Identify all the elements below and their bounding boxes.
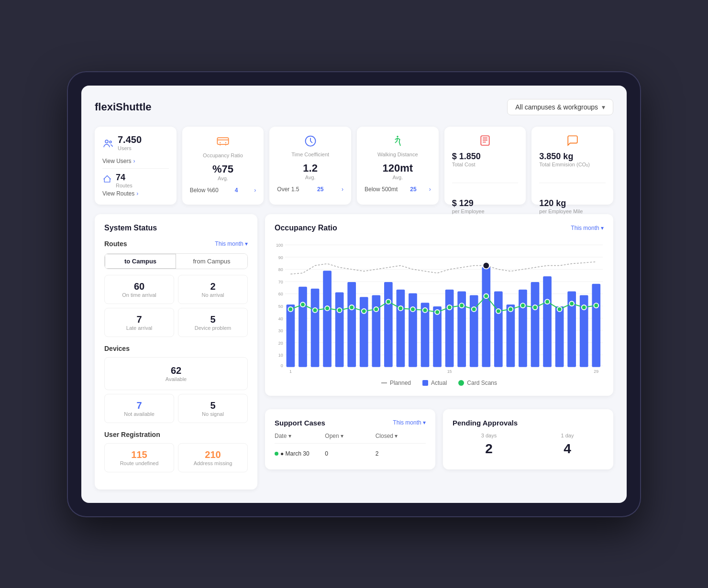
svg-rect-36: [360, 297, 368, 367]
arrow-icon: ›: [254, 187, 256, 194]
available-devices-label: Available: [112, 376, 240, 382]
date-col-header[interactable]: Date ▾: [275, 433, 325, 439]
view-routes-link[interactable]: View Routes ›: [102, 190, 169, 197]
approval-grid: 3 days 2 1 day 4: [453, 433, 604, 457]
chart-area: 100 90 80 70 60 50 40 30 20 10 0: [275, 240, 604, 374]
svg-point-69: [447, 305, 452, 310]
kpi-walking-distance: Walking Distance 120mt Avg. Below 500mt …: [357, 127, 439, 205]
svg-text:100: 100: [276, 243, 283, 248]
svg-point-61: [349, 305, 354, 310]
svg-point-67: [423, 307, 428, 312]
chart-legend: Planned Actual Card Scans: [275, 380, 604, 386]
svg-rect-48: [507, 305, 515, 367]
users-icon: [102, 138, 114, 152]
chart-title: Occupancy Ratio: [275, 224, 337, 232]
closed-col-header[interactable]: Closed ▾: [376, 433, 426, 439]
support-cases-filter[interactable]: This month ▾: [393, 419, 426, 426]
on-time-arrival-value: 60: [111, 281, 168, 292]
svg-rect-34: [335, 292, 344, 367]
svg-rect-7: [481, 136, 489, 145]
routes-label: Routes: [104, 240, 127, 248]
total-emission-value: 3.850 kg: [539, 152, 606, 162]
kpi-time-coefficient: Time Coefficient 1.2 Avg. Over 1.5 25 ›: [269, 127, 351, 205]
right-panel: Occupancy Ratio This month ▾ 100 90 80 7…: [265, 214, 613, 490]
late-arrival-value: 7: [111, 314, 168, 325]
svg-point-82: [483, 262, 489, 269]
system-status-title: System Status: [104, 224, 248, 232]
no-signal-value: 5: [184, 400, 242, 411]
no-signal-label: No signal: [184, 411, 242, 417]
svg-point-78: [557, 307, 562, 312]
arrow-icon: ›: [136, 190, 138, 197]
svg-point-4: [225, 142, 226, 143]
header: flexiShuttle All campuses & workgroups ▾: [95, 99, 613, 115]
chart-filter[interactable]: This month ▾: [571, 225, 604, 231]
address-missing-label: Address missing: [184, 460, 242, 466]
occupancy-title: Occupancy Ratio: [190, 152, 256, 158]
bottom-row: Support Cases This month ▾ Date ▾ Open ▾…: [265, 409, 613, 469]
svg-point-70: [459, 303, 464, 308]
svg-text:20: 20: [278, 340, 283, 345]
case-closed: 2: [376, 450, 426, 457]
chart-svg: 100 90 80 70 60 50 40 30 20 10 0: [275, 240, 604, 374]
cost-icon: [479, 140, 491, 148]
svg-text:90: 90: [278, 255, 283, 260]
not-available-label: Not available: [111, 411, 168, 417]
from-campus-toggle[interactable]: from Campus: [176, 254, 247, 269]
case-open: 0: [325, 450, 375, 457]
device-problem-value: 5: [184, 314, 242, 325]
support-cases-table-header: Date ▾ Open ▾ Closed ▾: [275, 433, 426, 444]
svg-point-74: [508, 307, 513, 312]
svg-text:10: 10: [278, 353, 283, 358]
card-scans-legend-label: Card Scans: [467, 380, 497, 386]
view-users-link[interactable]: View Users ›: [102, 158, 169, 164]
svg-point-66: [410, 307, 415, 312]
campus-filter-dropdown[interactable]: All campuses & workgroups ▾: [507, 99, 613, 115]
svg-rect-55: [592, 283, 600, 367]
pending-approvals-title: Pending Approvals: [453, 419, 518, 427]
device-problem-stat: 5 Device problem: [178, 308, 248, 337]
device-problem-label: Device problem: [184, 325, 242, 331]
walking-title: Walking Distance: [365, 152, 431, 157]
occupancy-below-value[interactable]: 4: [235, 187, 238, 194]
support-cases-panel: Support Cases This month ▾ Date ▾ Open ▾…: [265, 409, 435, 469]
pending-approvals-panel: Pending Approvals 3 days 2 1 day 4: [443, 409, 613, 469]
total-emission-label: Total Emmision (CO₂): [539, 162, 606, 168]
arrow-icon: ›: [342, 186, 343, 193]
svg-point-56: [288, 307, 293, 312]
svg-text:0: 0: [281, 363, 283, 368]
bus-icon: [216, 138, 230, 150]
arrow-icon: ›: [133, 158, 135, 164]
chevron-down-icon: ▾: [602, 103, 605, 111]
open-col-header[interactable]: Open ▾: [325, 433, 375, 439]
address-missing-value: 210: [184, 449, 242, 460]
late-arrival-label: Late arrival: [111, 325, 168, 331]
svg-rect-46: [482, 267, 490, 367]
address-missing-stat: 210 Address missing: [178, 443, 248, 472]
svg-point-59: [325, 306, 330, 311]
svg-rect-50: [531, 282, 540, 367]
to-campus-toggle[interactable]: to Campus: [105, 254, 176, 269]
cost-stack: $ 1.850 Total Cost $ 129 per Employee: [452, 152, 519, 214]
svg-point-68: [435, 309, 440, 314]
approval-val-2: 4: [531, 441, 604, 457]
walking-below-value[interactable]: 25: [410, 186, 416, 193]
users-label: Users: [118, 145, 142, 151]
walking-avg-label: Avg.: [365, 174, 431, 180]
svg-point-60: [337, 307, 342, 312]
svg-rect-2: [217, 138, 228, 144]
per-mile-emission-value: 120 kg: [539, 198, 606, 208]
svg-rect-47: [494, 291, 503, 367]
chart-header: Occupancy Ratio This month ▾: [275, 224, 604, 232]
clock-icon: [304, 141, 317, 149]
occupancy-avg-label: Avg.: [190, 175, 256, 181]
legend-planned: Planned: [381, 380, 411, 386]
svg-point-76: [533, 305, 538, 310]
routes-filter[interactable]: This month ▾: [215, 240, 248, 247]
svg-text:60: 60: [278, 292, 283, 296]
svg-rect-51: [543, 276, 552, 367]
svg-point-81: [594, 303, 598, 308]
svg-point-77: [545, 299, 550, 304]
svg-rect-37: [372, 295, 380, 367]
time-coeff-over-value[interactable]: 25: [317, 186, 323, 193]
